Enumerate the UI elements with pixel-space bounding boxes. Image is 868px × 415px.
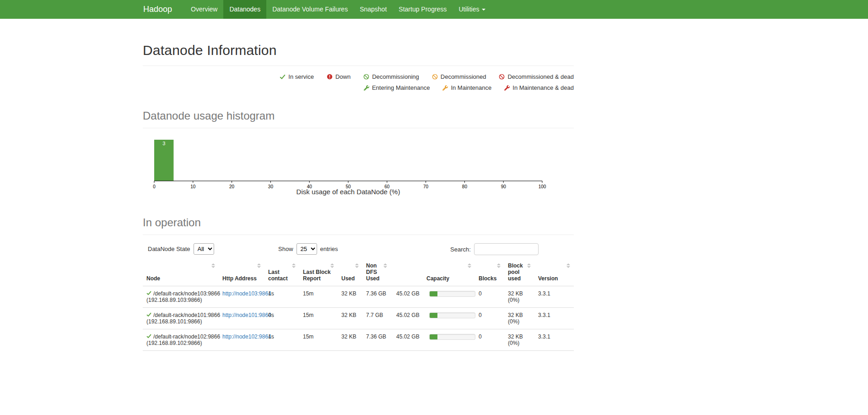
caret-down-icon xyxy=(482,9,485,11)
nav-startup-progress-label: Startup Progress xyxy=(399,5,447,13)
node-cell: /default-rack/node102:9866(192.168.89.10… xyxy=(143,329,219,351)
entries-label: entries xyxy=(320,246,338,252)
http-address-link[interactable]: http://node102:9864 xyxy=(222,333,271,340)
col-last-contact-header[interactable]: Last contact xyxy=(264,260,299,286)
node-name: /default-rack/node103:9866 xyxy=(146,290,220,297)
node-name: /default-rack/node101:9866 xyxy=(146,312,220,318)
nav-overview-label: Overview xyxy=(191,5,217,13)
last-contact-cell: 1s xyxy=(264,286,299,308)
table-controls: DataNode State All Show 25 entries Searc… xyxy=(143,242,574,257)
col-block-pool-used-header[interactable]: Block pool used xyxy=(504,260,534,286)
last-block-report-cell: 15m xyxy=(299,329,338,351)
sort-icon xyxy=(468,263,471,268)
legend-row-1: In service Down Decommissioning Decommis… xyxy=(280,73,574,80)
x-tick-label: 70 xyxy=(423,184,429,189)
nav-utilities[interactable]: Utilities xyxy=(453,0,491,19)
in-service-check-icon xyxy=(146,290,153,295)
capacity-progress-bar xyxy=(429,291,475,297)
sort-icon xyxy=(527,263,531,268)
last-contact-cell: 0s xyxy=(264,308,299,329)
node-name: /default-rack/node102:9866 xyxy=(146,333,220,340)
capacity-progress-bar xyxy=(429,334,475,340)
col-non-dfs-used-header[interactable]: Non DFS Used xyxy=(362,260,391,286)
nav-datanodes[interactable]: Datanodes xyxy=(223,0,266,19)
http-address-link[interactable]: http://node103:9864 xyxy=(222,290,271,297)
non-dfs-used-cell: 7.7 GB xyxy=(362,308,391,329)
legend-label: In Maintenance xyxy=(451,84,491,91)
divider xyxy=(143,66,574,66)
search-input[interactable] xyxy=(474,243,539,255)
sort-icon xyxy=(257,263,261,268)
legend-decommissioned-dead: Decommissioned & dead xyxy=(499,73,574,80)
legend-in-service: In service xyxy=(280,73,314,80)
block-pool-used-cell: 32 KB (0%) xyxy=(504,308,534,329)
divider xyxy=(143,128,574,128)
navbar: Hadoop Overview Datanodes Datanode Volum… xyxy=(0,0,868,19)
sort-icon xyxy=(383,263,387,268)
capacity-value: 45.02 GB xyxy=(396,290,429,297)
nav-startup-progress[interactable]: Startup Progress xyxy=(393,0,453,19)
show-label: Show xyxy=(278,246,293,252)
brand-hadoop[interactable]: Hadoop xyxy=(143,0,185,19)
col-http-address-header[interactable]: Http Address xyxy=(219,260,264,286)
nav-volume-failures-label: Datanode Volume Failures xyxy=(272,5,348,13)
blocks-cell: 0 xyxy=(475,329,504,351)
entries-select[interactable]: 25 xyxy=(297,243,317,255)
nav-overview[interactable]: Overview xyxy=(185,0,223,19)
nav-utilities-label: Utilities xyxy=(458,5,479,13)
capacity-progress-fill xyxy=(430,313,437,318)
x-tick-label: 90 xyxy=(501,184,507,189)
legend-in-maintenance-dead: In Maintenance & dead xyxy=(504,84,574,91)
legend-label: In Maintenance & dead xyxy=(512,84,574,91)
http-address-cell: http://node103:9864 xyxy=(219,286,264,308)
datanode-state-filter: DataNode State All xyxy=(148,243,214,255)
col-capacity-header[interactable]: Capacity xyxy=(391,260,475,286)
http-address-link[interactable]: http://node101:9864 xyxy=(222,312,271,318)
page-title: Datanode Information xyxy=(143,43,574,58)
non-dfs-used-cell: 7.36 GB xyxy=(362,329,391,351)
nav-snapshot-label: Snapshot xyxy=(360,5,387,13)
col-last-block-report-header[interactable]: Last Block Report xyxy=(299,260,338,286)
col-used-header[interactable]: Used xyxy=(338,260,362,286)
legend-in-maintenance: In Maintenance xyxy=(442,84,491,91)
used-cell: 32 KB xyxy=(338,329,362,351)
col-blocks-header[interactable]: Blocks xyxy=(475,260,504,286)
legend-row-2: Entering Maintenance In Maintenance In M… xyxy=(364,84,574,91)
capacity-progress-fill xyxy=(430,334,437,339)
last-contact-cell: 1s xyxy=(264,329,299,351)
in-service-check-icon xyxy=(146,333,153,339)
table-row: /default-rack/node103:9866(192.168.89.10… xyxy=(143,286,574,308)
ban-icon xyxy=(499,74,505,80)
sort-icon xyxy=(355,263,359,268)
used-cell: 32 KB xyxy=(338,308,362,329)
table-row: /default-rack/node101:9866(192.168.89.10… xyxy=(143,308,574,329)
wrench-icon xyxy=(442,85,448,91)
bar-value-label: 3 xyxy=(162,141,165,146)
nav-snapshot[interactable]: Snapshot xyxy=(354,0,393,19)
datanode-state-select[interactable]: All xyxy=(194,243,214,255)
legend-label: Decommissioning xyxy=(372,73,419,80)
nav-datanodes-label: Datanodes xyxy=(229,5,260,13)
col-node-header[interactable]: Node xyxy=(143,260,219,286)
node-ip: (192.168.89.102:9866) xyxy=(146,340,215,346)
nav-datanode-volume-failures[interactable]: Datanode Volume Failures xyxy=(266,0,354,19)
search-label: Search: xyxy=(450,246,471,253)
blocks-cell: 0 xyxy=(475,286,504,308)
datanode-table: Node Http Address Last contact Last Bloc… xyxy=(143,260,574,351)
node-cell: /default-rack/node103:9866(192.168.89.10… xyxy=(143,286,219,308)
capacity-cell: 45.02 GB xyxy=(391,329,475,351)
node-cell: /default-rack/node101:9866(192.168.89.10… xyxy=(143,308,219,329)
legend-entering-maintenance: Entering Maintenance xyxy=(364,84,430,91)
search-control: Search: xyxy=(450,243,539,255)
col-version-header[interactable]: Version xyxy=(534,260,574,286)
http-address-cell: http://node101:9864 xyxy=(219,308,264,329)
blocks-cell: 0 xyxy=(475,308,504,329)
x-tick-label: 0 xyxy=(153,184,156,189)
x-axis-label: Disk usage of each DataNode (%) xyxy=(297,188,400,196)
capacity-progress-fill xyxy=(430,291,437,296)
legend-label: Decommissioned xyxy=(441,73,486,80)
capacity-value: 45.02 GB xyxy=(396,333,429,340)
last-block-report-cell: 15m xyxy=(299,308,338,329)
sort-icon xyxy=(566,263,570,268)
block-pool-used-cell: 32 KB (0%) xyxy=(504,286,534,308)
